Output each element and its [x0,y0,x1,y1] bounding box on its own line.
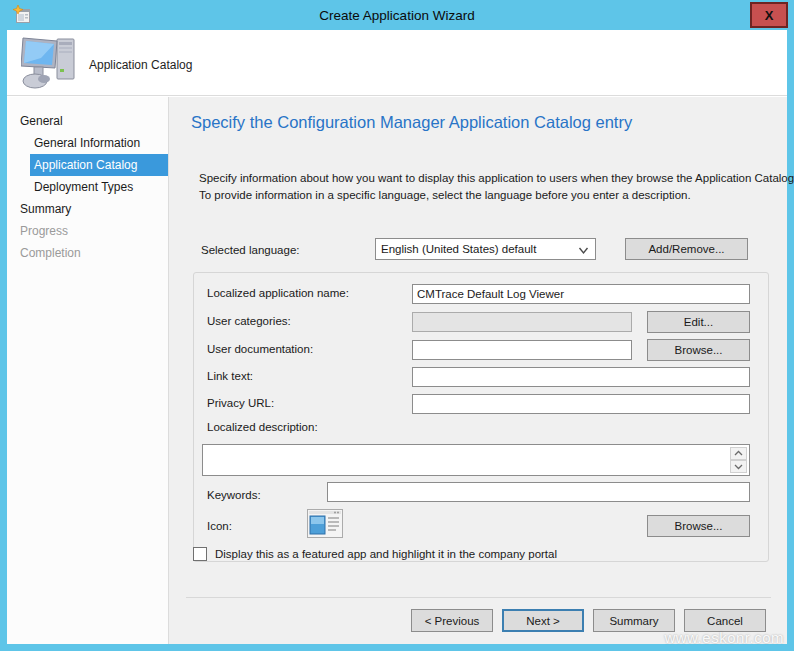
previous-button[interactable]: < Previous [411,609,493,632]
selected-language-label: Selected language: [201,244,299,256]
privacy-url-label: Privacy URL: [207,397,274,409]
keywords-input[interactable] [327,482,750,502]
localized-description-input[interactable] [204,446,728,474]
privacy-url-input[interactable] [412,394,750,414]
application-icon-preview [307,509,343,538]
nav-item-application-catalog[interactable]: Application Catalog [30,154,168,176]
wizard-content: Specify the Configuration Manager Applic… [168,97,787,644]
link-text-label: Link text: [207,370,253,382]
nav-item-deployment-types[interactable]: Deployment Types [30,176,168,198]
watermark-text: www.eskonr.com [664,629,784,646]
scroll-down-icon[interactable] [730,460,747,473]
nav-item-general[interactable]: General [7,110,168,132]
content-heading: Specify the Configuration Manager Applic… [191,113,632,132]
page-title: Application Catalog [89,58,192,72]
scroll-up-icon[interactable] [730,447,747,460]
keywords-label: Keywords: [207,489,261,501]
icon-label: Icon: [207,520,232,532]
content-intro-text: Specify information about how you want t… [199,170,794,205]
summary-button[interactable]: Summary [593,609,675,632]
featured-app-label: Display this as a featured app and highl… [215,548,557,560]
browse-icon-button[interactable]: Browse... [647,515,750,537]
edit-categories-button[interactable]: Edit... [647,311,750,333]
add-remove-button[interactable]: Add/Remove... [625,238,748,260]
catalog-entry-groupbox: Localized application name: User categor… [193,272,769,562]
chevron-down-icon [578,245,589,257]
link-text-input[interactable] [412,367,750,387]
nav-item-general-information[interactable]: General Information [30,132,168,154]
next-button[interactable]: Next > [502,609,584,632]
localized-application-name-input[interactable] [412,284,750,304]
language-dropdown[interactable]: English (United States) default [375,238,596,260]
close-button[interactable]: X [750,2,788,28]
browse-documentation-button[interactable]: Browse... [647,339,750,361]
user-documentation-label: User documentation: [207,343,313,355]
nav-item-summary[interactable]: Summary [7,198,168,220]
wizard-icon [12,5,32,25]
wizard-header: Application Catalog [7,30,787,96]
title-bar: Create Application Wizard X [0,0,794,30]
wizard-nav-sidebar: General General Information Application … [7,97,168,644]
description-scrollbar [730,447,747,473]
localized-description-field [202,444,750,476]
window-title: Create Application Wizard [0,8,794,23]
footer-divider [186,597,771,598]
nav-item-completion: Completion [7,242,168,264]
user-documentation-input[interactable] [412,340,632,360]
nav-item-progress: Progress [7,220,168,242]
featured-app-checkbox[interactable] [193,547,207,561]
application-catalog-icon [21,36,79,94]
localized-application-name-label: Localized application name: [207,287,349,299]
user-categories-input [412,312,632,332]
language-dropdown-value: English (United States) default [381,243,536,255]
localized-description-label: Localized description: [207,421,318,433]
user-categories-label: User categories: [207,315,291,327]
create-application-wizard-window: Create Application Wizard X Application … [0,0,794,651]
featured-app-row: Display this as a featured app and highl… [193,547,557,561]
